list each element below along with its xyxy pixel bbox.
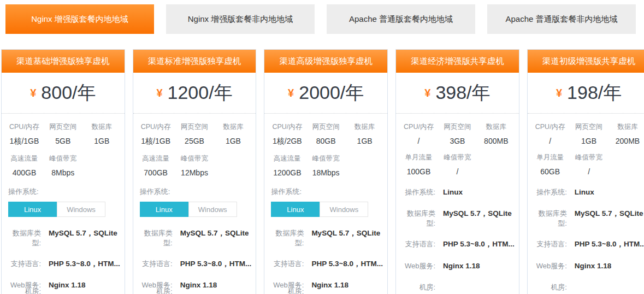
spec-item: CPU/内存1核/1GB: [137, 122, 175, 146]
package-tab-3[interactable]: Apache 普通版套餐内地地域: [327, 4, 475, 34]
detail-value: Nginx 1.18: [443, 261, 480, 271]
spec-value: /: [438, 167, 477, 176]
spec-item: CPU/内存1核/1GB: [5, 122, 44, 146]
spec-label: 高速流量: [268, 154, 306, 163]
detail-row: 数据库类型:MySQL 5.7，SQLite: [531, 209, 644, 228]
currency-symbol: ¥: [556, 87, 562, 99]
plan-card: 渠道标准增强版独享虚机 ¥ 1200/年 CPU/内存1核/1GB网页空间25G…: [133, 49, 257, 294]
spec-label: CPU/内存: [137, 122, 175, 132]
spec-label: 单月流量: [399, 153, 438, 162]
spec-label: CPU/内存: [5, 122, 44, 132]
spec-label: CPU/内存: [268, 122, 306, 132]
detail-label: 数据库类型:: [137, 228, 173, 248]
spec-label: 峰值带宽: [438, 153, 477, 162]
detail-row: 支持语言:PHP 5.3~8.0，HTM...: [399, 239, 515, 249]
detail-value: MySQL 5.7，SQLite: [575, 209, 643, 219]
plan-specs: CPU/内存1核/1GB网页空间5GB数据库1GB高速流量400GB峰值带宽8M…: [2, 114, 125, 177]
detail-row: 操作系统:Linux: [531, 187, 644, 197]
plan-price: ¥ 198/年: [528, 73, 644, 114]
spec-value: 1GB: [214, 137, 252, 145]
detail-label: Web服务:: [399, 261, 435, 271]
currency-symbol: ¥: [156, 87, 162, 99]
detail-value: Nginx 1.18: [49, 280, 86, 290]
package-tab-4[interactable]: Apache 普通版套餐非内地地域: [487, 4, 636, 34]
spec-item: CPU/内存/: [531, 122, 570, 145]
detail-label: Web服务:: [531, 261, 567, 271]
spec-value: /: [399, 137, 438, 145]
detail-label: 机房:: [268, 287, 304, 294]
spec-label: 网页空间: [306, 122, 345, 132]
plan-card: 渠道经济增强版共享虚机 ¥ 398/年 CPU/内存/网页空间3GB数据库800…: [395, 49, 519, 294]
package-tab-2[interactable]: Nginx 增强版套餐非内地地域: [166, 4, 315, 34]
detail-value: Nginx 1.18: [575, 261, 612, 271]
plan-title: 渠道标准增强版独享虚机: [133, 50, 256, 73]
detail-value: PHP 5.3~8.0，HTM...: [443, 239, 515, 249]
plan-title: 渠道基础增强版独享虚机: [2, 50, 125, 73]
spec-item: 高速流量700GB: [137, 154, 175, 177]
spec-value: 3GB: [438, 137, 477, 145]
detail-value: PHP 5.3~8.0，HTM...: [311, 259, 383, 269]
plan-price: ¥ 2000/年: [264, 73, 387, 114]
os-button-linux[interactable]: Linux: [140, 202, 188, 217]
detail-label: 机房:: [5, 287, 41, 294]
spec-item: 数据库1GB: [214, 122, 252, 146]
detail-value: MySQL 5.7，SQLite: [311, 228, 380, 238]
plan-title: 渠道高级增强版独享虚机: [264, 50, 387, 73]
spec-value: 400GB: [5, 168, 44, 177]
plan-title: 渠道初级增强版共享虚机: [528, 50, 644, 73]
os-label: 操作系统:: [8, 187, 125, 197]
detail-row: 数据库类型:MySQL 5.7，SQLite: [5, 228, 120, 248]
plan-card: 渠道基础增强版独享虚机 ¥ 800/年 CPU/内存1核/1GB网页空间5GB数…: [1, 49, 125, 294]
spec-item: 峰值带宽/: [438, 153, 477, 176]
detail-value: MySQL 5.7，SQLite: [443, 209, 512, 219]
price-amount: 198/年: [567, 80, 622, 105]
spec-item: 网页空间5GB: [44, 122, 82, 146]
spec-label: 数据库: [82, 122, 121, 132]
os-button-windows[interactable]: Windows: [188, 202, 237, 217]
spec-item: 网页空间3GB: [438, 122, 477, 145]
spec-item: 数据库800MB: [477, 122, 516, 145]
package-tabs: Nginx 增强版套餐内地地域Nginx 增强版套餐非内地地域Apache 普通…: [5, 4, 644, 34]
spec-label: 网页空间: [438, 122, 477, 132]
price-amount: 800/年: [41, 80, 96, 105]
detail-row: 机房:: [399, 283, 515, 292]
detail-row: 支持语言:PHP 5.3~8.0，HTM...: [137, 259, 252, 269]
detail-label: 数据库类型:: [531, 209, 567, 228]
os-button-windows[interactable]: Windows: [57, 202, 105, 217]
spec-label: 网页空间: [44, 122, 82, 132]
os-button-windows[interactable]: Windows: [320, 202, 368, 217]
spec-value: /: [531, 137, 570, 145]
package-tab-1[interactable]: Nginx 增强版套餐内地地域: [5, 4, 154, 34]
spec-label: 峰值带宽: [175, 154, 214, 163]
detail-row: 操作系统:Linux: [399, 187, 515, 197]
os-area: 操作系统:LinuxWindows: [133, 187, 256, 217]
plan-details: 操作系统:Linux数据库类型:MySQL 5.7，SQLite支持语言:PHP…: [396, 187, 519, 292]
spec-value: 100GB: [399, 167, 438, 176]
spec-item: 单月流量60GB: [531, 153, 570, 176]
spec-value: 700GB: [137, 168, 175, 177]
spec-item: CPU/内存1核/2GB: [268, 122, 306, 146]
detail-label: 支持语言:: [268, 259, 304, 269]
plan-specs: CPU/内存/网页空间1GB数据库200MB单月流量60GB峰值带宽/: [528, 114, 644, 176]
detail-label: 操作系统:: [531, 187, 567, 197]
spec-label: CPU/内存: [399, 122, 438, 132]
spec-value: 18Mbps: [306, 168, 345, 177]
spec-value: 1GB: [345, 137, 384, 145]
plan-price: ¥ 398/年: [396, 73, 519, 114]
spec-item: 峰值带宽8Mbps: [44, 154, 82, 177]
spec-label: 峰值带宽: [306, 154, 345, 163]
os-buttons: LinuxWindows: [140, 202, 256, 217]
detail-label: 支持语言:: [399, 239, 435, 249]
os-button-linux[interactable]: Linux: [271, 202, 320, 217]
spec-value: 1GB: [570, 137, 608, 145]
currency-symbol: ¥: [30, 87, 36, 99]
spec-value: 1核/2GB: [268, 137, 306, 146]
plan-title: 渠道经济增强版共享虚机: [396, 50, 519, 73]
os-button-linux[interactable]: Linux: [8, 202, 57, 217]
spec-label: 数据库: [345, 122, 384, 132]
spec-value: 1核/1GB: [137, 137, 175, 146]
plan-specs: CPU/内存1核/2GB网页空间80GB数据库1GB高速流量1200GB峰值带宽…: [264, 114, 387, 177]
os-buttons: LinuxWindows: [8, 202, 125, 217]
spec-item: 单月流量100GB: [399, 153, 438, 176]
detail-value: PHP 5.3~8.0，HTM...: [575, 239, 644, 249]
